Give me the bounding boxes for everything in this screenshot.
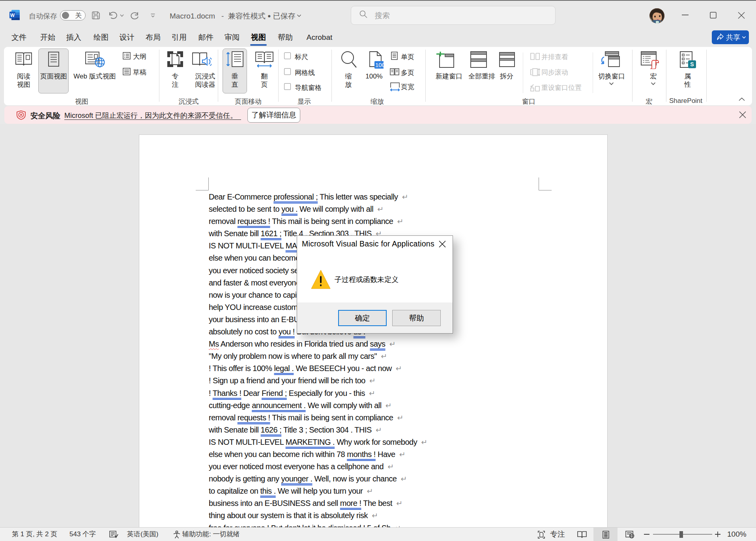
svg-text:S: S	[690, 61, 694, 67]
svg-text:100: 100	[375, 62, 384, 68]
svg-text:W: W	[10, 13, 15, 18]
